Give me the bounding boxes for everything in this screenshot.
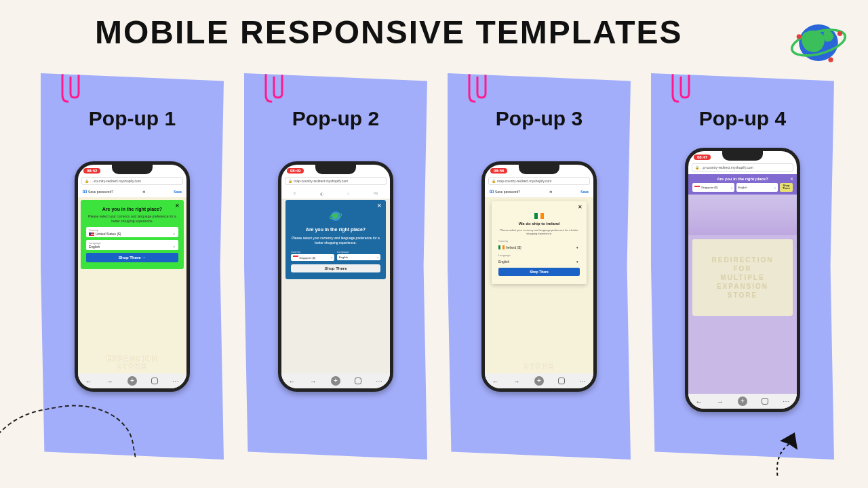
chevron-down-icon: ⌄ <box>730 185 733 189</box>
url-text: ...-country-redirect.myshopify.com <box>90 179 141 183</box>
new-tab-icon[interactable]: + <box>534 376 544 386</box>
screen-body: ✕ Are you in the right place? Singapore … <box>688 174 797 394</box>
new-tab-icon[interactable]: + <box>127 376 137 386</box>
key-icon: ⚿ <box>490 190 494 194</box>
lang-value: English <box>738 186 747 189</box>
popup-panel: ✕ Are you in the right place? Please sel… <box>285 200 386 279</box>
chevron-down-icon: ⌄ <box>330 255 333 259</box>
phone-mock-1: 08:52 🔒 ...-country-redirect.myshopify.c… <box>75 161 190 392</box>
close-icon[interactable]: ✕ <box>175 203 180 209</box>
save-password-row: ⚿Save password? ⚙ Save <box>81 188 183 196</box>
forward-icon[interactable]: → <box>513 378 520 385</box>
new-tab-icon[interactable]: + <box>738 396 747 406</box>
url-bar[interactable]: 🔒 ...-country-redirect.myshopify.com <box>81 177 183 185</box>
flag-us-icon <box>89 232 94 236</box>
key-icon: ⚿ <box>83 190 87 194</box>
country-select[interactable]: Country United States ($) ⌄ <box>86 227 178 237</box>
lang-label: Language <box>498 253 580 257</box>
card-label: Pop-up 3 <box>448 107 631 130</box>
tabs-icon[interactable] <box>762 398 768 405</box>
store-topbar: ≡ ◐ ⌕ 🛍 <box>281 188 390 199</box>
back-icon[interactable]: ← <box>85 378 92 385</box>
svg-point-3 <box>837 31 842 36</box>
lang-value: English <box>339 256 348 259</box>
tabs-icon[interactable] <box>151 378 158 384</box>
popup-panel: ✕ We do ship to Ireland Please select yo… <box>492 201 587 284</box>
close-icon[interactable]: ✕ <box>578 204 583 210</box>
screen-body: ✕ We do ship to Ireland Please select yo… <box>485 197 593 373</box>
close-icon[interactable]: ✕ <box>377 203 382 209</box>
bg-store-text: STORE <box>485 363 593 370</box>
language-select[interactable]: Language English⌄ <box>337 250 380 261</box>
language-select[interactable]: English ▾ <box>498 258 580 265</box>
url-bar[interactable]: 🔒 ...p-country-redirect.myshopify.com <box>692 163 793 171</box>
shop-there-button[interactable]: Shop There <box>291 264 380 272</box>
url-text: map-country-redirect.myshopify.com <box>294 179 349 183</box>
close-icon[interactable]: ✕ <box>790 176 793 181</box>
popup-heading: Are you in the right place? <box>291 227 380 232</box>
url-bar[interactable]: 🔒 map-country-redirect.myshopify.com <box>488 177 590 185</box>
chevron-down-icon: ⌄ <box>172 243 176 247</box>
save-prompt: Save password? <box>88 190 113 194</box>
popup-body: Please select your currency and language… <box>86 214 178 223</box>
chevron-down-icon: ▾ <box>576 245 578 249</box>
more-icon[interactable]: ⋯ <box>172 378 179 385</box>
shop-there-button[interactable]: Shop There <box>498 268 580 276</box>
lang-label: Language <box>337 250 380 253</box>
flag-ie-icon <box>498 245 505 249</box>
back-icon[interactable]: ← <box>492 378 499 385</box>
tabs-icon[interactable] <box>355 378 361 384</box>
cart-icon[interactable]: 🛍 <box>374 191 378 195</box>
forward-icon[interactable]: → <box>106 378 113 385</box>
shop-there-button[interactable]: ShopThere <box>780 183 793 192</box>
popup-heading: Are you in the right place? <box>692 177 793 181</box>
country-select[interactable]: Ireland ($) ▾ <box>498 244 580 251</box>
phone-notch <box>519 165 559 174</box>
gear-icon[interactable]: ⚙ <box>142 190 145 194</box>
search-icon[interactable]: ⌕ <box>347 191 350 195</box>
forward-icon[interactable]: → <box>310 378 317 385</box>
url-bar[interactable]: 🔒 map-country-redirect.myshopify.com <box>285 177 387 185</box>
chevron-down-icon: ⌄ <box>774 185 776 189</box>
save-password-row: ⚿Save password? ⚙ Save <box>488 188 590 196</box>
save-link[interactable]: Save <box>174 190 182 194</box>
status-time: 08:56 <box>490 168 507 174</box>
phone-mock-3: 08:56 🔒 map-country-redirect.myshopify.c… <box>481 161 597 392</box>
bg-store-text: EXPANSIONSTORE <box>78 355 186 370</box>
language-select[interactable]: Language English ⌄ <box>86 240 178 250</box>
card-popup-4: Pop-up 4 08:47 🔒 ...p-country-redirect.m… <box>651 73 834 460</box>
menu-icon[interactable]: ≡ <box>294 191 296 195</box>
country-value: United States ($) <box>96 232 121 236</box>
phone-mock-4: 08:47 🔒 ...p-country-redirect.myshopify.… <box>685 148 800 412</box>
new-tab-icon[interactable]: + <box>331 376 340 386</box>
redirection-banner: REDIRECTION FOR MULTIPLE EXPANSION STORE <box>692 239 793 316</box>
more-icon[interactable]: ⋯ <box>376 378 382 385</box>
flag-sg-icon <box>694 186 700 189</box>
country-label: Country <box>498 239 580 243</box>
popup-panel: ✕ Are you in the right place? Please sel… <box>81 200 184 269</box>
back-icon[interactable]: ← <box>696 398 703 405</box>
page-title: MOBILE RESPONSIVE TEMPLATES <box>95 14 683 51</box>
shop-there-button[interactable]: Shop There → <box>86 253 178 262</box>
country-select[interactable]: Country Singapore ($)⌄ <box>291 250 334 261</box>
chevron-down-icon: ⌄ <box>376 255 379 259</box>
card-label: Pop-up 2 <box>244 107 427 130</box>
screen-body: ✕ Are you in the right place? Please sel… <box>78 197 186 373</box>
tabs-icon[interactable] <box>558 378 565 384</box>
country-select[interactable]: Singapore ($) ⌄ <box>692 183 734 192</box>
more-icon[interactable]: ⋯ <box>579 378 586 385</box>
url-text: ...p-country-redirect.myshopify.com <box>701 165 753 169</box>
cards-row: Pop-up 1 08:52 🔒 ...-country-redirect.my… <box>41 73 841 460</box>
language-select[interactable]: English ⌄ <box>736 183 778 192</box>
phone-notch <box>722 151 763 161</box>
save-link[interactable]: Save <box>580 190 589 194</box>
gear-icon[interactable]: ⚙ <box>549 190 552 194</box>
lang-value: English <box>89 245 176 249</box>
forward-icon[interactable]: → <box>717 398 724 405</box>
back-icon[interactable]: ← <box>289 378 296 385</box>
popup-bar: ✕ Are you in the right place? Singapore … <box>688 174 797 195</box>
popup-body: Please select your currency and language… <box>498 228 580 235</box>
paperclip-icon <box>671 68 692 105</box>
more-icon[interactable]: ⋯ <box>783 398 789 405</box>
status-time: 08:49 <box>287 168 304 174</box>
